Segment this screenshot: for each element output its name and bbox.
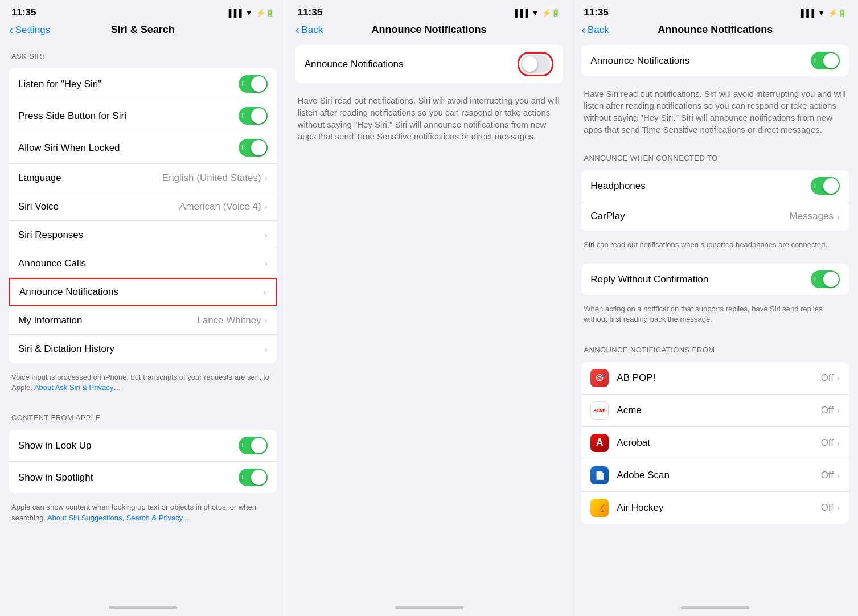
acme-chevron: ›	[837, 405, 840, 415]
adobe-scan-chevron: ›	[837, 470, 840, 480]
announce-notif-toggle-3[interactable]: I	[811, 52, 840, 69]
show-look-up-toggle[interactable]: I	[239, 437, 268, 454]
back-chevron-3: ‹	[581, 23, 585, 36]
language-value: English (United States)	[162, 173, 261, 184]
adobe-scan-value: Off	[821, 470, 834, 481]
air-hockey-icon: 🏒	[590, 499, 609, 517]
show-spotlight-row[interactable]: Show in Spotlight I	[9, 462, 277, 493]
allow-locked-label: Allow Siri When Locked	[18, 142, 239, 154]
status-bar-2: 11:35 ▐▐▐ ▼ ⚡🔋	[286, 0, 572, 22]
air-hockey-value: Off	[821, 502, 834, 514]
show-spotlight-toggle[interactable]: I	[239, 469, 268, 486]
nav-title-1: Siri & Search	[111, 24, 175, 36]
siri-voice-chevron: ›	[265, 202, 268, 211]
battery-icon-3: ⚡🔋	[828, 9, 847, 17]
language-row[interactable]: Language English (United States) ›	[9, 164, 277, 192]
carplay-row[interactable]: CarPlay Messages ›	[581, 202, 849, 231]
home-indicator-1	[0, 599, 286, 616]
home-bar-1	[109, 606, 177, 609]
acrobat-label: Acrobat	[617, 437, 820, 449]
abpop-icon: 🎯	[590, 369, 609, 387]
battery-icon-2: ⚡🔋	[542, 9, 560, 17]
status-bar-1: 11:35 ▐▐▐ ▼ ⚡🔋	[0, 0, 286, 22]
announce-when-connected-group: Headphones I CarPlay Messages ›	[581, 170, 849, 231]
acme-value: Off	[821, 405, 834, 416]
content-from-apple-header: CONTENT FROM APPLE	[0, 402, 286, 425]
panel-announce-off: 11:35 ▐▐▐ ▼ ⚡🔋 ‹ Back Announce Notificat…	[286, 0, 573, 616]
acme-label: Acme	[617, 405, 820, 416]
wifi-icon-2: ▼	[531, 9, 539, 17]
siri-responses-chevron: ›	[265, 230, 268, 240]
press-side-button-label: Press Side Button for Siri	[18, 110, 239, 122]
toggle-knob-3	[823, 53, 839, 68]
press-side-button-toggle[interactable]: I	[239, 107, 268, 125]
nav-title-2: Announce Notifications	[372, 24, 487, 36]
content-area-1: ASK SIRI Listen for "Hey Siri" I Press S…	[0, 40, 286, 599]
announce-notif-desc-3: Have Siri read out notifications. Siri w…	[572, 81, 858, 142]
my-information-value: Lance Whitney	[197, 315, 261, 326]
nav-bar-3: ‹ Back Announce Notifications	[572, 22, 858, 40]
back-button-3[interactable]: ‹ Back	[581, 23, 609, 36]
nav-bar-1: ‹ Settings Siri & Search	[0, 22, 286, 40]
allow-locked-toggle[interactable]: I	[239, 139, 268, 157]
carplay-chevron: ›	[837, 212, 840, 221]
app-row-air-hockey[interactable]: 🏒 Air Hockey Off ›	[581, 492, 849, 524]
announce-notif-group-3: Announce Notifications I	[581, 45, 849, 76]
app-row-abpop[interactable]: 🎯 AB POP! Off ›	[581, 362, 849, 395]
announce-notif-label-2: Announce Notifications	[305, 59, 518, 70]
press-side-button-row[interactable]: Press Side Button for Siri I	[9, 100, 277, 132]
listen-hey-siri-row[interactable]: Listen for "Hey Siri" I	[9, 68, 277, 100]
adobe-scan-label: Adobe Scan	[617, 470, 820, 481]
show-look-up-row[interactable]: Show in Look Up I	[9, 430, 277, 462]
announce-calls-row[interactable]: Announce Calls ›	[9, 249, 277, 278]
allow-locked-row[interactable]: Allow Siri When Locked I	[9, 132, 277, 164]
back-button-1[interactable]: ‹ Settings	[9, 23, 50, 36]
reply-without-confirm-toggle[interactable]: I	[811, 270, 840, 288]
back-label-1[interactable]: Settings	[15, 24, 50, 36]
siri-dictation-row[interactable]: Siri & Dictation History ›	[9, 335, 277, 363]
app-row-acme[interactable]: ACME Acme Off ›	[581, 395, 849, 427]
my-information-label: My Information	[18, 315, 197, 326]
siri-voice-row[interactable]: Siri Voice American (Voice 4) ›	[9, 192, 277, 221]
ask-siri-group: Listen for "Hey Siri" I Press Side Butto…	[9, 68, 277, 363]
status-icons-2: ▐▐▐ ▼ ⚡🔋	[512, 9, 561, 17]
content-area-2: Announce Notifications Have Siri read ou…	[286, 40, 572, 599]
listen-hey-siri-toggle[interactable]: I	[239, 75, 268, 93]
reply-confirm-footer: When acting on a notification that suppo…	[572, 299, 858, 334]
abpop-label: AB POP!	[617, 372, 820, 384]
headphones-row[interactable]: Headphones I	[581, 170, 849, 202]
announce-notif-group-2: Announce Notifications	[295, 45, 563, 83]
language-label: Language	[18, 173, 162, 184]
siri-responses-label: Siri Responses	[18, 229, 265, 241]
wifi-icon: ▼	[245, 9, 253, 17]
back-label-3[interactable]: Back	[588, 24, 609, 36]
search-privacy-link[interactable]: Search & Privacy…	[126, 514, 191, 522]
about-ask-siri-link[interactable]: About Ask Siri & Privacy…	[34, 383, 121, 392]
app-row-adobe-scan[interactable]: 📄 Adobe Scan Off ›	[581, 459, 849, 492]
app-row-acrobat[interactable]: A Acrobat Off ›	[581, 427, 849, 459]
status-bar-3: 11:35 ▐▐▐ ▼ ⚡🔋	[572, 0, 858, 22]
panel-announce-on: 11:35 ▐▐▐ ▼ ⚡🔋 ‹ Back Announce Notificat…	[572, 0, 858, 616]
siri-responses-row[interactable]: Siri Responses ›	[9, 221, 277, 249]
status-icons-1: ▐▐▐ ▼ ⚡🔋	[226, 9, 274, 17]
siri-dictation-label: Siri & Dictation History	[18, 343, 265, 355]
announce-notif-row-2[interactable]: Announce Notifications	[295, 45, 563, 83]
show-spotlight-label: Show in Spotlight	[18, 472, 239, 483]
reply-without-confirm-row[interactable]: Reply Without Confirmation I	[581, 264, 849, 295]
content-area-3: Announce Notifications I Have Siri read …	[572, 40, 858, 599]
acme-icon: ACME	[590, 401, 609, 420]
announce-notif-row-3[interactable]: Announce Notifications I	[581, 45, 849, 76]
announce-notif-toggle-2[interactable]	[521, 55, 550, 73]
content-apple-footer: Apple can show content when looking up t…	[0, 498, 286, 532]
toggle-knob-5	[823, 272, 839, 287]
back-button-2[interactable]: ‹ Back	[295, 23, 323, 36]
back-label-2[interactable]: Back	[301, 24, 323, 36]
my-information-row[interactable]: My Information Lance Whitney ›	[9, 306, 277, 335]
panel-siri-search: 11:35 ▐▐▐ ▼ ⚡🔋 ‹ Settings Siri & Search …	[0, 0, 286, 616]
headphones-toggle[interactable]: I	[811, 177, 840, 195]
announce-notifications-row[interactable]: Announce Notifications ›	[9, 278, 277, 306]
home-bar-2	[395, 606, 463, 609]
acrobat-chevron: ›	[837, 438, 840, 447]
announce-from-header: ANNOUNCE NOTIFICATIONS FROM	[572, 334, 858, 358]
about-siri-suggestions-link[interactable]: About Siri Suggestions,	[47, 514, 124, 522]
